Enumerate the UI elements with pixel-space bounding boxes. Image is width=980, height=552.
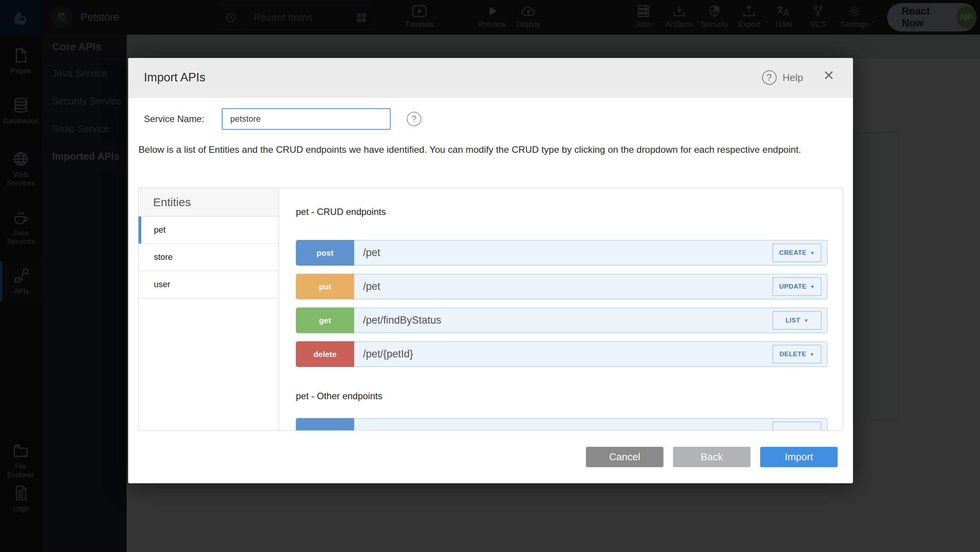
crud-type-dropdown[interactable]: CREATE ▼ [772,243,822,262]
modal-title: Import APIs [144,71,205,84]
help-circle-icon: ? [762,70,777,85]
endpoints-column: pet - CRUD endpoints post /pet CREATE ▼ … [279,188,843,430]
modal-header: Import APIs ? Help ✕ [128,58,853,98]
caret-down-icon: ▼ [804,318,808,323]
crud-type-dropdown[interactable]: UPDATE ▼ [772,277,822,296]
caret-down-icon: ▼ [810,250,815,256]
import-apis-modal: Import APIs ? Help ✕ Service Name: ? Bel… [128,58,853,483]
entities-endpoints-container: Entities pet store user pet - CRUD endpo… [138,188,843,431]
service-name-label: Service Name: [144,114,222,124]
crud-type-dropdown[interactable]: DELETE ▼ [772,345,822,364]
endpoint-row-partial [296,418,828,430]
crud-endpoints-heading: pet - CRUD endpoints [296,207,828,218]
app-root: Petstore Recent Items Tutorials Preview … [0,0,980,552]
method-badge: put [296,274,354,299]
service-name-input[interactable] [222,108,391,130]
endpoint-row: put /pet UPDATE ▼ [296,274,828,299]
endpoint-path: /pet/findByStatus [363,308,441,332]
crud-type-dropdown[interactable]: LIST ▼ [772,311,822,330]
back-button[interactable]: Back [673,447,751,467]
endpoint-path: /pet/{petId} [363,342,413,366]
method-badge: post [296,240,354,266]
endpoint-path: /pet [363,274,380,299]
caret-down-icon: ▼ [810,352,814,357]
entity-item-pet[interactable]: pet [139,217,279,244]
endpoint-row: delete /pet/{petId} DELETE ▼ [296,341,828,367]
import-button[interactable]: Import [760,447,838,467]
modal-footer: Cancel Back Import [128,431,853,483]
endpoint-path: /pet [363,241,380,265]
entities-column: Entities pet store user [139,188,279,430]
service-name-row: Service Name: ? [144,108,421,130]
endpoint-row: post /pet CREATE ▼ [296,240,828,266]
modal-description: Below is a list of Entities and the CRUD… [139,143,848,156]
method-badge: get [296,307,354,333]
caret-down-icon: ▼ [810,284,815,289]
help-button[interactable]: ? Help [762,70,803,85]
method-badge [296,418,354,430]
method-badge: delete [296,341,354,367]
service-name-help-icon[interactable]: ? [407,112,421,126]
crud-type-dropdown[interactable] [772,421,822,430]
endpoint-row: get /pet/findByStatus LIST ▼ [296,307,828,333]
cancel-button[interactable]: Cancel [586,447,663,467]
entity-item-user[interactable]: user [139,271,279,298]
entities-header: Entities [139,188,279,217]
help-label: Help [783,72,803,84]
entity-item-store[interactable]: store [139,244,279,271]
other-endpoints-heading: pet - Other endpoints [296,391,828,402]
close-icon[interactable]: ✕ [823,69,835,83]
